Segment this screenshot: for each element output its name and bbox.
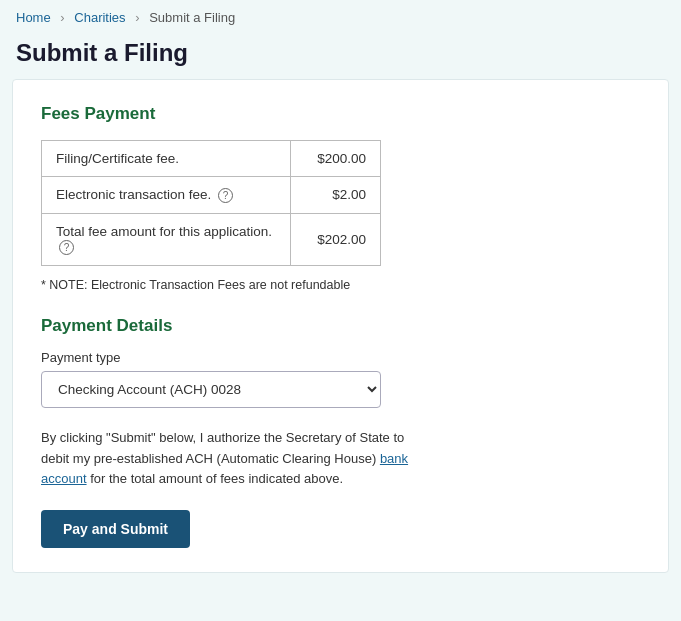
fees-payment-section: Fees Payment Filing/Certificate fee. $20… bbox=[41, 104, 640, 292]
fee-label-2: Electronic transaction fee. ? bbox=[42, 177, 291, 214]
payment-details-section: Payment Details Payment type Checking Ac… bbox=[41, 316, 640, 548]
fee-label-1: Filing/Certificate fee. bbox=[42, 141, 291, 177]
breadcrumb-sep-2: › bbox=[135, 10, 139, 25]
authorize-text: By clicking "Submit" below, I authorize … bbox=[41, 428, 421, 490]
table-row: Total fee amount for this application. ?… bbox=[42, 213, 381, 265]
authorize-text-part2: for the total amount of fees indicated a… bbox=[87, 471, 344, 486]
table-row: Filing/Certificate fee. $200.00 bbox=[42, 141, 381, 177]
main-card: Fees Payment Filing/Certificate fee. $20… bbox=[12, 79, 669, 573]
total-fee-info-icon[interactable]: ? bbox=[59, 240, 74, 255]
fees-table: Filing/Certificate fee. $200.00 Electron… bbox=[41, 140, 381, 266]
fee-amount-3: $202.00 bbox=[291, 213, 381, 265]
payment-type-select[interactable]: Checking Account (ACH) 0028 bbox=[41, 371, 381, 408]
table-row: Electronic transaction fee. ? $2.00 bbox=[42, 177, 381, 214]
breadcrumb-home[interactable]: Home bbox=[16, 10, 51, 25]
breadcrumb-sep-1: › bbox=[60, 10, 64, 25]
fees-note: * NOTE: Electronic Transaction Fees are … bbox=[41, 278, 640, 292]
breadcrumb-charities[interactable]: Charities bbox=[74, 10, 125, 25]
payment-details-title: Payment Details bbox=[41, 316, 640, 336]
fee-amount-2: $2.00 bbox=[291, 177, 381, 214]
electronic-fee-info-icon[interactable]: ? bbox=[218, 188, 233, 203]
breadcrumb-current: Submit a Filing bbox=[149, 10, 235, 25]
payment-type-label: Payment type bbox=[41, 350, 640, 365]
fees-payment-title: Fees Payment bbox=[41, 104, 640, 124]
page-title: Submit a Filing bbox=[0, 35, 681, 79]
breadcrumb: Home › Charities › Submit a Filing bbox=[0, 0, 681, 35]
fee-label-3: Total fee amount for this application. ? bbox=[42, 213, 291, 265]
fee-amount-1: $200.00 bbox=[291, 141, 381, 177]
pay-and-submit-button[interactable]: Pay and Submit bbox=[41, 510, 190, 548]
authorize-text-part1: By clicking "Submit" below, I authorize … bbox=[41, 430, 404, 466]
